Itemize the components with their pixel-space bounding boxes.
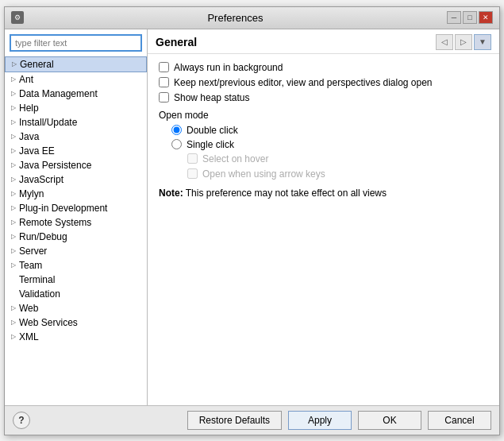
panel-title: General [156,36,197,48]
open-mode-label: Open mode [159,110,488,121]
expand-arrow-icon: ▷ [9,59,20,70]
expand-arrow-icon: ▷ [8,217,19,228]
ok-button[interactable]: OK [358,411,421,430]
sidebar-item-label: General [20,59,54,70]
sidebar-item-label: JavaScript [19,174,63,185]
sidebar-item-label: Run/Debug [19,231,67,242]
sub-option-row-open-arrow-keys: Open when using arrow keys [187,168,488,180]
checkbox-row-keep-next: Keep next/previous editor, view and pers… [159,77,488,88]
expand-arrow-icon: ▷ [8,188,19,199]
nav-back-button[interactable]: ◁ [436,34,453,50]
sidebar-item-label: Mylyn [19,188,44,199]
note-row: Note: This preference may not take effec… [159,188,488,199]
panel-content: Always run in backgroundKeep next/previo… [148,54,499,405]
radio-row-double-click: Double click [171,125,488,136]
checkbox-row-show-heap: Show heap status [159,92,488,103]
sidebar-item-mylyn[interactable]: ▷Mylyn [5,187,147,201]
bottom-bar: ? Restore Defaults Apply OK Cancel [5,405,499,435]
sidebar-item-ant[interactable]: ▷Ant [5,72,147,87]
main-window: ⚙ Preferences ─ □ ✕ ▷General▷Ant▷Data Ma… [4,6,500,435]
checkbox-keep-next[interactable] [159,77,169,87]
expand-arrow-icon: ▷ [8,317,19,328]
expand-arrow-icon: ▷ [8,160,19,171]
sidebar-item-label: Web Services [19,317,78,328]
checkbox-label-show-heap: Show heap status [174,92,249,103]
radio-single-click[interactable] [171,139,182,149]
no-arrow-icon [8,274,19,285]
filter-input[interactable] [10,34,142,52]
sidebar-item-server[interactable]: ▷Server [5,244,147,258]
sidebar-item-remote-systems[interactable]: ▷Remote Systems [5,215,147,230]
expand-arrow-icon: ▷ [8,260,19,271]
no-arrow-icon [8,288,19,300]
expand-arrow-icon: ▷ [8,231,19,242]
sub-option-label-select-hover: Select on hover [202,153,268,164]
sidebar-item-label: Install/Update [19,117,77,128]
sidebar-item-label: Java Persistence [19,160,91,171]
sidebar-item-label: Java EE [19,145,55,157]
minimize-button[interactable]: ─ [447,11,461,24]
note-text: This preference may not take effect on a… [183,188,387,199]
sidebar-item-xml[interactable]: ▷XML [5,330,147,344]
sidebar-item-javascript[interactable]: ▷JavaScript [5,172,147,187]
apply-button[interactable]: Apply [288,411,352,430]
cancel-button[interactable]: Cancel [428,411,491,430]
sidebar-item-label: Java [19,131,39,142]
content-area: ▷General▷Ant▷Data Management▷Help▷Instal… [5,29,499,405]
expand-arrow-icon: ▷ [8,303,19,314]
sidebar-item-help[interactable]: ▷Help [5,101,147,115]
sidebar-item-team[interactable]: ▷Team [5,258,147,273]
nav-buttons: ◁ ▷ ▼ [436,34,491,50]
help-button[interactable]: ? [13,412,30,429]
nav-forward-button[interactable]: ▷ [455,34,472,50]
window-controls: ─ □ ✕ [447,11,493,24]
expand-arrow-icon: ▷ [8,174,19,185]
sidebar-item-data-management[interactable]: ▷Data Management [5,87,147,101]
checkbox-label-keep-next: Keep next/previous editor, view and pers… [174,77,433,88]
checkbox-always-run[interactable] [159,62,169,72]
expand-arrow-icon: ▷ [8,117,19,128]
title-bar: ⚙ Preferences ─ □ ✕ [5,7,499,29]
checkbox-row-always-run: Always run in background [159,62,488,73]
close-button[interactable]: ✕ [479,11,493,24]
sidebar-item-plugin-dev[interactable]: ▷Plug-in Development [5,201,147,215]
sub-checkbox-open-arrow-keys[interactable] [187,168,198,179]
expand-arrow-icon: ▷ [8,246,19,257]
sub-checkbox-select-hover[interactable] [187,153,198,164]
expand-arrow-icon: ▷ [8,145,19,157]
sidebar-item-java[interactable]: ▷Java [5,130,147,144]
sidebar: ▷General▷Ant▷Data Management▷Help▷Instal… [5,29,148,405]
sidebar-item-label: Validation [19,288,60,300]
window-title: Preferences [24,12,447,24]
sidebar-item-java-persistence[interactable]: ▷Java Persistence [5,158,147,172]
open-mode-radio-group: Double clickSingle clickSelect on hoverO… [171,125,488,180]
sidebar-item-install-update[interactable]: ▷Install/Update [5,115,147,130]
sidebar-item-label: Team [19,260,42,271]
radio-label-double-click: Double click [187,125,238,136]
checkbox-show-heap[interactable] [159,92,169,103]
sidebar-item-java-ee[interactable]: ▷Java EE [5,144,147,158]
sidebar-item-label: Help [19,103,39,114]
maximize-button[interactable]: □ [463,11,477,24]
checkbox-label-always-run: Always run in background [174,62,283,73]
expand-arrow-icon: ▷ [8,103,19,114]
expand-arrow-icon: ▷ [8,88,19,99]
sidebar-item-general[interactable]: ▷General [5,56,147,72]
nav-dropdown-button[interactable]: ▼ [474,34,491,50]
restore-defaults-button[interactable]: Restore Defaults [187,411,282,430]
sidebar-item-terminal[interactable]: Terminal [5,273,147,287]
sidebar-item-label: XML [19,331,39,342]
sidebar-item-validation[interactable]: Validation [5,287,147,301]
radio-row-single-click: Single click [171,139,488,150]
radio-label-single-click: Single click [187,139,234,150]
expand-arrow-icon: ▷ [8,131,19,142]
sidebar-item-web[interactable]: ▷Web [5,301,147,315]
sub-option-label-open-arrow-keys: Open when using arrow keys [202,168,325,180]
radio-double-click[interactable] [171,125,182,135]
sidebar-item-web-services[interactable]: ▷Web Services [5,315,147,330]
tree-area: ▷General▷Ant▷Data Management▷Help▷Instal… [5,56,147,405]
sidebar-item-label: Server [19,246,47,257]
filter-box [10,34,142,52]
sidebar-item-run-debug[interactable]: ▷Run/Debug [5,230,147,244]
note-label: Note: [159,188,183,199]
